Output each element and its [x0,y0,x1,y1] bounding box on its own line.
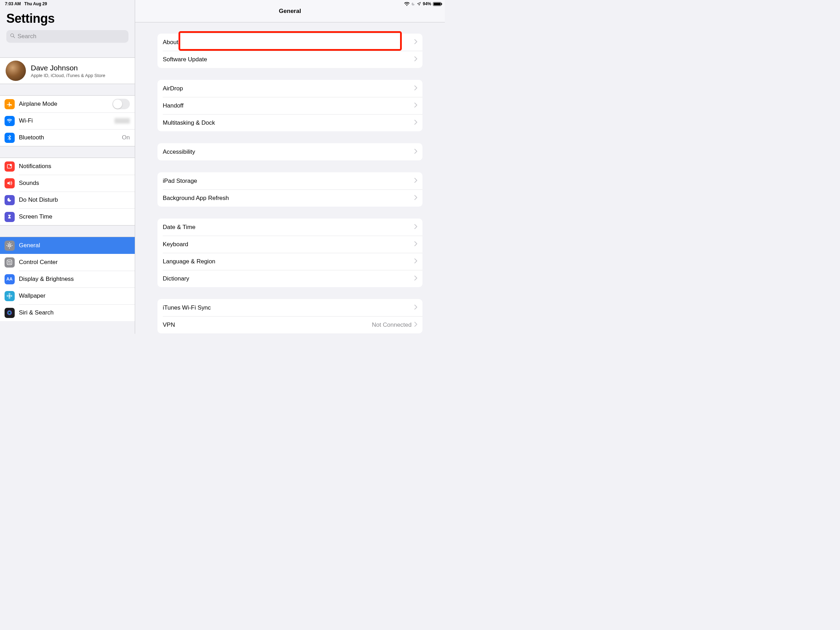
svg-point-10 [9,295,11,297]
status-bar: 7:03 AM Thu Aug 29 94% [0,0,445,7]
flower-icon [5,291,15,301]
hourglass-icon [5,212,15,222]
chevron-right-icon [414,322,417,328]
search-icon [10,33,16,40]
svg-point-13 [7,295,8,297]
profile-sub: Apple ID, iCloud, iTunes & App Store [31,73,105,78]
page-title: Settings [6,11,128,26]
sidebar-item-wallpaper[interactable]: Wallpaper [0,288,135,304]
chevron-right-icon [414,195,417,201]
chevron-right-icon [414,224,417,230]
sliders-icon [5,257,15,268]
svg-point-12 [9,297,10,298]
airplane-toggle[interactable] [112,99,130,109]
detail-title: General [279,8,301,15]
notifications-icon [5,161,15,172]
chevron-right-icon [414,103,417,109]
general-row-software-update[interactable]: Software Update [158,51,422,68]
general-row-airdrop[interactable]: AirDrop [158,80,422,97]
search-field[interactable] [6,30,128,43]
sidebar-item-screentime[interactable]: Screen Time [0,208,135,225]
chevron-right-icon [414,178,417,184]
general-row-language[interactable]: Language & Region [158,253,422,270]
chevron-right-icon [414,149,417,155]
svg-rect-5 [7,260,12,265]
svg-point-14 [11,295,12,297]
chevron-right-icon [414,85,417,92]
svg-point-7 [10,263,11,264]
apple-id-row[interactable]: Dave Johnson Apple ID, iCloud, iTunes & … [0,58,135,84]
general-row-storage[interactable]: iPad Storage [158,172,422,190]
sidebar-item-dnd[interactable]: Do Not Disturb [0,192,135,208]
gear-icon [5,241,15,251]
sidebar-item-sounds[interactable]: Sounds [0,175,135,192]
detail-pane: General About Software Update AirDrop [135,0,445,334]
chevron-right-icon [414,56,417,63]
airplane-icon [5,99,15,109]
sidebar-item-general[interactable]: General [0,237,135,254]
sidebar-item-bluetooth[interactable]: Bluetooth On [0,129,135,146]
profile-name: Dave Johnson [31,64,105,72]
general-row-background-refresh[interactable]: Background App Refresh [158,190,422,207]
svg-point-4 [9,245,11,247]
general-row-multitasking[interactable]: Multitasking & Dock [158,114,422,131]
moon-icon [411,2,415,6]
chevron-right-icon [414,258,417,265]
text-size-icon: AA [5,274,15,284]
svg-point-3 [10,164,12,166]
chevron-right-icon [414,120,417,126]
bluetooth-value: On [122,134,130,141]
general-row-handoff[interactable]: Handoff [158,97,422,114]
chevron-right-icon [414,305,417,311]
svg-line-1 [13,36,15,38]
moon-icon [5,195,15,205]
sidebar-item-airplane[interactable]: Airplane Mode [0,96,135,112]
sidebar-item-wifi[interactable]: Wi-Fi [0,112,135,129]
status-time: 7:03 AM [5,2,21,6]
location-icon [417,2,421,6]
chevron-right-icon [414,275,417,282]
sounds-icon [5,178,15,188]
chevron-right-icon [414,241,417,248]
wifi-icon [5,116,15,126]
wifi-icon [404,2,409,6]
siri-icon [5,308,15,318]
sidebar-item-display[interactable]: AA Display & Brightness [0,271,135,288]
general-row-vpn[interactable]: VPN Not Connected [158,316,422,333]
avatar [6,60,26,81]
battery-icon [433,2,441,6]
sidebar-item-notifications[interactable]: Notifications [0,158,135,175]
settings-sidebar: Settings Dave Johnson Apple ID, iCloud, … [0,0,135,334]
battery-percent: 94% [423,2,431,6]
general-row-accessibility[interactable]: Accessibility [158,143,422,160]
general-row-keyboard[interactable]: Keyboard [158,236,422,253]
svg-point-6 [8,261,9,262]
bluetooth-icon [5,133,15,143]
general-row-dictionary[interactable]: Dictionary [158,270,422,287]
sidebar-item-control-center[interactable]: Control Center [0,254,135,271]
search-input[interactable] [17,33,125,40]
general-row-about[interactable]: About [158,33,422,51]
sidebar-item-siri[interactable]: Siri & Search [0,304,135,321]
svg-point-11 [9,293,10,295]
wifi-value [114,118,130,123]
general-row-datetime[interactable]: Date & Time [158,218,422,236]
general-row-itunes-sync[interactable]: iTunes Wi-Fi Sync [158,299,422,316]
chevron-right-icon [414,39,417,46]
status-date: Thu Aug 29 [25,2,47,6]
vpn-value: Not Connected [372,321,412,328]
svg-point-16 [8,311,11,314]
